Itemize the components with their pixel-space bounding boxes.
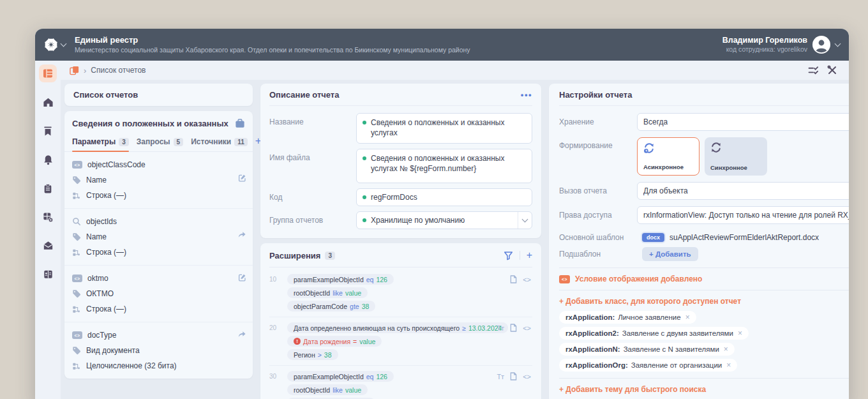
add-subtemplate-button[interactable]: + Добавить: [642, 247, 698, 261]
generation-label: Формирование: [559, 137, 637, 150]
report-code-input[interactable]: regFormDocs: [356, 188, 532, 206]
search-icon: [72, 217, 81, 226]
display-condition-notice[interactable]: <> Условие отображения добавлено: [559, 275, 849, 283]
condition-pill[interactable]: Регион>38: [287, 349, 338, 360]
topbar: › Список отчетов: [61, 61, 849, 80]
report-group-select[interactable]: Хранилище по умолчанию: [356, 211, 532, 229]
field-label-code: Код: [269, 188, 356, 206]
sidebar-item-bookmarks[interactable]: [39, 122, 57, 140]
forward-arrow-icon[interactable]: [237, 230, 246, 238]
extension-row-number: 20: [269, 322, 283, 360]
filter-funnel-icon[interactable]: [504, 251, 513, 260]
close-icon[interactable]: ×: [738, 329, 742, 338]
condition-pill[interactable]: paramExampleObjectIdeq126: [287, 371, 394, 382]
sidebar-item-services[interactable]: [39, 208, 57, 226]
user-menu-chevron-icon[interactable]: [835, 41, 841, 47]
app-header: Единый реестр Министерство социальной за…: [35, 29, 849, 61]
icon-rail: [35, 61, 61, 399]
edit-icon[interactable]: [238, 174, 246, 182]
code-icon[interactable]: <>: [523, 373, 531, 380]
required-dot: [363, 195, 366, 199]
sidebar-item-tasks[interactable]: [39, 179, 57, 197]
add-extension-button[interactable]: +: [527, 250, 532, 261]
tools-icon[interactable]: [827, 65, 837, 75]
document-icon[interactable]: [510, 275, 517, 283]
sidebar-item-notifications[interactable]: [39, 151, 57, 169]
close-icon[interactable]: ×: [685, 313, 690, 322]
bell-icon: [43, 154, 54, 165]
type-branch-icon: [72, 362, 81, 370]
extension-row[interactable]: 20 Дата определенно влияющая на суть про…: [269, 317, 532, 366]
add-topic-link[interactable]: + Добавить тему для быстрого поиска: [559, 385, 849, 394]
extensions-count-badge: 3: [325, 252, 335, 260]
param-name: ОКТМО: [86, 289, 114, 298]
storage-select[interactable]: Всегда: [637, 113, 849, 131]
condition-pill[interactable]: Дата определенно влияющая на суть происх…: [287, 322, 508, 333]
invoke-select[interactable]: Для объекта: [637, 182, 849, 200]
sidebar-item-contacts[interactable]: [39, 266, 57, 283]
target-ring-icon[interactable]: [239, 216, 246, 223]
parameter-item[interactable]: <>oktmo ОКТМО Строка (—): [64, 266, 253, 322]
text-format-icon[interactable]: Tт: [497, 324, 504, 332]
document-icon[interactable]: [510, 324, 517, 332]
parameter-item[interactable]: <>objectClassCode Name Строка (—): [64, 152, 253, 209]
class-pill[interactable]: rxApplication2:Заявление с двумя заявите…: [559, 327, 749, 340]
avatar[interactable]: [812, 36, 830, 54]
tab-sources[interactable]: Источники 11: [191, 135, 248, 151]
code-icon[interactable]: <>: [523, 276, 531, 283]
template-filename: suApplActReviewFormElderlAktReport.docx: [670, 233, 819, 242]
document-icon[interactable]: [510, 372, 517, 380]
condition-pill-error[interactable]: !Дата рождения=value: [287, 336, 382, 347]
app-logo-menu[interactable]: [43, 36, 66, 53]
class-pill[interactable]: rxApplicationN:Заявление с N заявителями…: [559, 343, 735, 356]
condition-pill[interactable]: paramExampleObjectIdeq126: [287, 274, 394, 285]
settings-title: Настройки отчета: [559, 90, 632, 100]
tab-parameters[interactable]: Параметры 3: [72, 135, 129, 151]
target-ring-icon[interactable]: [239, 160, 246, 167]
extension-row[interactable]: 30 paramExampleObjectIdeq126 rootObjectI…: [269, 366, 532, 399]
edit-icon[interactable]: [238, 273, 246, 282]
folder-stack-icon: [70, 66, 79, 75]
param-type: Строка (—): [86, 248, 126, 257]
breadcrumb-item[interactable]: Список отчетов: [91, 66, 146, 75]
breadcrumb[interactable]: › Список отчетов: [70, 66, 146, 75]
generation-option-sync[interactable]: Синхронное: [705, 137, 767, 176]
docx-badge[interactable]: docx: [642, 233, 664, 242]
code-icon[interactable]: <>: [523, 324, 531, 332]
chevron-down-icon: [518, 212, 532, 229]
access-select[interactable]: rxInformationView: Доступ только на чтен…: [637, 206, 849, 224]
sidebar-item-mail[interactable]: [39, 237, 57, 255]
sidebar-item-reports[interactable]: [39, 64, 57, 82]
class-pill[interactable]: rxApplicationOrg:Заявление от организаци…: [559, 359, 737, 372]
report-tabs: Параметры 3 Запросы 5 Источники 11: [64, 135, 253, 152]
generation-option-async[interactable]: Асинхронное: [637, 137, 700, 176]
extension-row[interactable]: 10 paramExampleObjectIdeq126 rootObjectI…: [269, 269, 532, 317]
tab-queries[interactable]: Запросы 5: [137, 135, 183, 151]
required-dot: [363, 121, 366, 124]
parameter-item[interactable]: <>docType Вид документа Целочисленное (3…: [64, 322, 253, 379]
more-menu-icon[interactable]: •••: [521, 90, 532, 100]
clipboard-icon: [43, 183, 53, 194]
sidebar-item-home[interactable]: [39, 93, 57, 111]
close-icon[interactable]: ×: [726, 361, 731, 370]
tab-count-badge: 3: [119, 138, 129, 146]
forward-arrow-icon[interactable]: [237, 330, 246, 338]
close-icon[interactable]: ×: [724, 345, 728, 354]
file-name-input[interactable]: Сведения о положенных и оказанных услуга…: [356, 149, 532, 183]
text-format-icon[interactable]: Tт: [497, 373, 504, 380]
code-badge-icon: <>: [72, 275, 82, 282]
report-name-input[interactable]: Сведения о положенных и оказанных услуга…: [356, 113, 532, 144]
field-label-filename: Имя файла: [269, 149, 356, 183]
condition-pill[interactable]: rootObjectIdlikevalue: [287, 384, 368, 395]
add-class-link[interactable]: + Добавить класс, для которого доступен …: [559, 297, 849, 306]
tab-count-badge: 5: [174, 138, 184, 146]
access-label: Права доступа: [559, 211, 637, 220]
condition-pill[interactable]: rootObjectIdlikevalue: [287, 287, 368, 298]
parameter-item[interactable]: objectIds Name Строка (—): [64, 209, 253, 266]
param-code: docType: [87, 331, 116, 340]
condition-pill[interactable]: objectParamCodegte38: [287, 301, 375, 312]
async-refresh-clock-icon: [643, 142, 693, 154]
checklist-icon[interactable]: [808, 66, 819, 75]
app-window: Единый реестр Министерство социальной за…: [35, 29, 849, 399]
class-pill[interactable]: rxApplication:Личное заявление×: [559, 311, 696, 324]
